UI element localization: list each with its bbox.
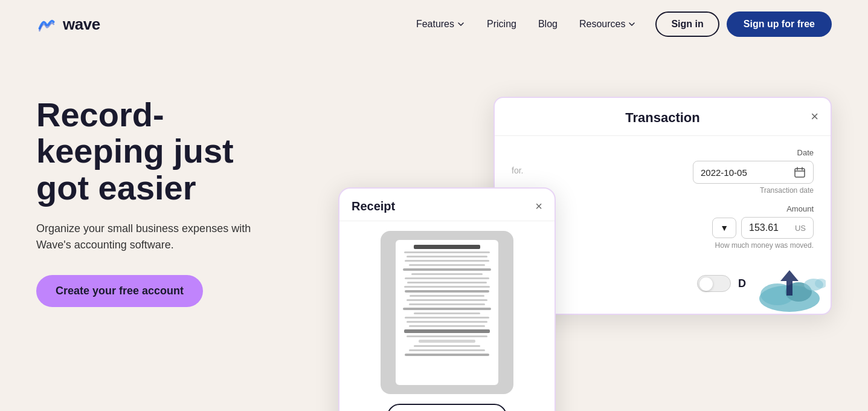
navbar: wave Features Pricing Blog Resources Sig…: [0, 0, 868, 48]
amount-value: 153.61: [749, 222, 779, 233]
date-field[interactable]: 2022-10-05: [693, 161, 814, 184]
nav-links: Features Pricing Blog Resources: [416, 19, 637, 30]
receipt-paper: [396, 240, 498, 385]
receipt-modal-close[interactable]: ×: [535, 199, 542, 213]
amount-label: Amount: [693, 204, 814, 213]
receipt-modal: Receipt ×: [338, 187, 556, 411]
hero-subtitle: Organize your small business expenses wi…: [36, 221, 266, 253]
currency-select[interactable]: ▼: [712, 218, 736, 238]
cta-button[interactable]: Create your free account: [36, 275, 203, 307]
view-receipt-button[interactable]: View original receipt: [387, 404, 507, 411]
receipt-actions: View original receipt Remove receipt: [339, 404, 555, 411]
nav-blog[interactable]: Blog: [538, 19, 558, 30]
receipt-modal-header: Receipt ×: [339, 189, 555, 221]
cloud-illustration: [753, 265, 826, 314]
amount-currency: US: [795, 224, 806, 233]
hero-title: Record-keeping just got easier: [36, 97, 290, 206]
chevron-down-icon: [457, 20, 465, 28]
debit-label: D: [738, 277, 746, 290]
mockup-area: Transaction × for. Date 2022-10-05: [326, 73, 832, 411]
receipt-image: [381, 231, 513, 394]
date-value: 2022-10-05: [701, 167, 747, 178]
logo[interactable]: wave: [36, 13, 100, 35]
logo-text: wave: [63, 15, 100, 34]
date-label: Date: [693, 148, 814, 157]
amount-field[interactable]: 153.61 US: [741, 217, 814, 239]
wave-logo-icon: [36, 13, 58, 35]
receipt-image-area: [339, 221, 555, 404]
hero-text-block: Record-keeping just got easier Organize …: [36, 73, 290, 307]
signup-button[interactable]: Sign up for free: [727, 11, 832, 37]
nav-pricing[interactable]: Pricing: [487, 19, 516, 30]
hero-section: Record-keeping just got easier Organize …: [0, 48, 868, 411]
transaction-modal-close[interactable]: ×: [811, 109, 818, 125]
toggle-switch[interactable]: [697, 275, 731, 292]
chevron-down-icon-2: [628, 20, 636, 28]
nav-actions: Sign in Sign up for free: [655, 11, 832, 37]
nav-features[interactable]: Features: [416, 19, 465, 30]
date-hint: Transaction date: [693, 186, 814, 195]
calendar-icon: [794, 166, 806, 178]
transaction-modal-header: Transaction ×: [495, 98, 831, 136]
signin-button[interactable]: Sign in: [655, 11, 719, 37]
svg-rect-0: [795, 169, 805, 177]
receipt-modal-title: Receipt: [352, 199, 395, 213]
nav-resources[interactable]: Resources: [579, 19, 636, 30]
transaction-modal-title: Transaction: [625, 110, 699, 126]
amount-hint: How much money was moved.: [693, 241, 814, 250]
transaction-partial-text-1: for.: [512, 161, 523, 175]
